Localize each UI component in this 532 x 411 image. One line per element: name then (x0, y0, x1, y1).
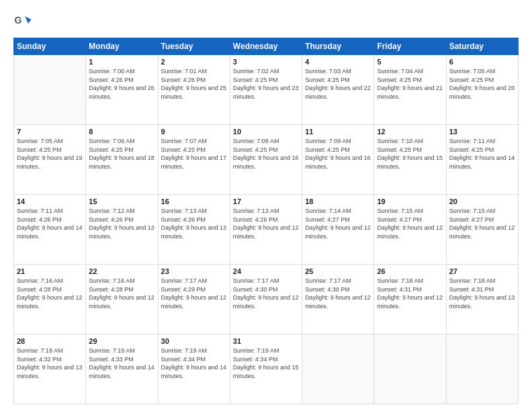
day-cell: 24Sunrise: 7:17 AMSunset: 4:30 PMDayligh… (230, 265, 302, 334)
day-number: 18 (305, 197, 371, 205)
day-number: 8 (89, 128, 154, 136)
day-cell: 23Sunrise: 7:17 AMSunset: 4:29 PMDayligh… (158, 265, 230, 334)
day-number: 19 (377, 197, 443, 205)
day-cell: 11Sunrise: 7:09 AMSunset: 4:25 PMDayligh… (302, 125, 374, 195)
day-number: 6 (449, 58, 515, 66)
day-number: 12 (377, 128, 443, 136)
day-cell: 28Sunrise: 7:18 AMSunset: 4:32 PMDayligh… (14, 334, 86, 404)
week-row-2: 7Sunrise: 7:05 AMSunset: 4:25 PMDaylight… (14, 125, 519, 195)
day-info: Sunrise: 7:03 AMSunset: 4:25 PMDaylight:… (305, 67, 371, 101)
day-cell: 8Sunrise: 7:06 AMSunset: 4:25 PMDaylight… (86, 125, 158, 195)
day-info: Sunrise: 7:10 AMSunset: 4:25 PMDaylight:… (377, 137, 443, 171)
day-cell: 4Sunrise: 7:03 AMSunset: 4:25 PMDaylight… (302, 55, 374, 125)
day-number: 20 (449, 197, 515, 205)
day-number: 5 (377, 58, 443, 66)
day-number: 3 (233, 58, 299, 66)
day-number: 22 (89, 267, 154, 275)
day-cell: 29Sunrise: 7:19 AMSunset: 4:33 PMDayligh… (86, 334, 158, 404)
day-cell: 25Sunrise: 7:17 AMSunset: 4:30 PMDayligh… (302, 265, 374, 334)
day-number: 11 (305, 128, 371, 136)
day-info: Sunrise: 7:15 AMSunset: 4:27 PMDaylight:… (377, 207, 443, 240)
day-number: 30 (161, 337, 227, 345)
day-number: 29 (89, 337, 154, 345)
day-number: 16 (161, 197, 227, 205)
day-number: 9 (161, 128, 227, 136)
week-row-5: 28Sunrise: 7:18 AMSunset: 4:32 PMDayligh… (14, 334, 519, 404)
day-number: 24 (233, 267, 299, 275)
logo: G (13, 12, 35, 31)
day-info: Sunrise: 7:19 AMSunset: 4:34 PMDaylight:… (161, 347, 227, 380)
day-info: Sunrise: 7:11 AMSunset: 4:25 PMDaylight:… (449, 137, 515, 171)
day-cell: 1Sunrise: 7:00 AMSunset: 4:26 PMDaylight… (86, 55, 158, 125)
day-info: Sunrise: 7:16 AMSunset: 4:28 PMDaylight:… (89, 277, 154, 310)
day-info: Sunrise: 7:17 AMSunset: 4:29 PMDaylight:… (161, 277, 227, 310)
day-cell: 6Sunrise: 7:05 AMSunset: 4:25 PMDaylight… (446, 55, 518, 125)
day-cell: 30Sunrise: 7:19 AMSunset: 4:34 PMDayligh… (158, 334, 230, 404)
day-cell: 26Sunrise: 7:18 AMSunset: 4:31 PMDayligh… (374, 265, 446, 334)
day-cell: 15Sunrise: 7:12 AMSunset: 4:26 PMDayligh… (86, 195, 158, 265)
day-number: 13 (449, 128, 515, 136)
day-info: Sunrise: 7:17 AMSunset: 4:30 PMDaylight:… (305, 277, 371, 310)
week-row-4: 21Sunrise: 7:16 AMSunset: 4:28 PMDayligh… (14, 265, 519, 334)
day-number: 31 (233, 337, 299, 345)
week-row-3: 14Sunrise: 7:11 AMSunset: 4:26 PMDayligh… (14, 195, 519, 265)
day-cell: 19Sunrise: 7:15 AMSunset: 4:27 PMDayligh… (374, 195, 446, 265)
day-cell: 5Sunrise: 7:04 AMSunset: 4:25 PMDaylight… (374, 55, 446, 125)
weekday-header-wednesday: Wednesday (230, 38, 302, 55)
day-cell (14, 55, 86, 125)
day-info: Sunrise: 7:00 AMSunset: 4:26 PMDaylight:… (89, 67, 154, 101)
day-cell (446, 334, 518, 404)
day-info: Sunrise: 7:19 AMSunset: 4:34 PMDaylight:… (233, 347, 299, 380)
day-info: Sunrise: 7:12 AMSunset: 4:26 PMDaylight:… (89, 207, 154, 240)
logo-icon: G (13, 12, 32, 31)
day-number: 14 (17, 197, 83, 205)
day-info: Sunrise: 7:06 AMSunset: 4:25 PMDaylight:… (89, 137, 154, 171)
day-number: 15 (89, 197, 154, 205)
day-cell: 2Sunrise: 7:01 AMSunset: 4:26 PMDaylight… (158, 55, 230, 125)
day-info: Sunrise: 7:15 AMSunset: 4:27 PMDaylight:… (449, 207, 515, 240)
day-info: Sunrise: 7:05 AMSunset: 4:25 PMDaylight:… (17, 137, 83, 171)
day-cell: 3Sunrise: 7:02 AMSunset: 4:25 PMDaylight… (230, 55, 302, 125)
day-number: 10 (233, 128, 299, 136)
day-cell: 21Sunrise: 7:16 AMSunset: 4:28 PMDayligh… (14, 265, 86, 334)
day-info: Sunrise: 7:02 AMSunset: 4:25 PMDaylight:… (233, 67, 299, 101)
weekday-header-monday: Monday (86, 38, 158, 55)
day-info: Sunrise: 7:13 AMSunset: 4:26 PMDaylight:… (161, 207, 227, 240)
day-number: 1 (89, 58, 154, 66)
day-cell: 13Sunrise: 7:11 AMSunset: 4:25 PMDayligh… (446, 125, 518, 195)
day-info: Sunrise: 7:05 AMSunset: 4:25 PMDaylight:… (449, 67, 515, 101)
weekday-header-row: SundayMondayTuesdayWednesdayThursdayFrid… (14, 38, 519, 55)
week-row-1: 1Sunrise: 7:00 AMSunset: 4:26 PMDaylight… (14, 55, 519, 125)
day-info: Sunrise: 7:07 AMSunset: 4:25 PMDaylight:… (161, 137, 227, 171)
day-info: Sunrise: 7:14 AMSunset: 4:27 PMDaylight:… (305, 207, 371, 240)
weekday-header-thursday: Thursday (302, 38, 374, 55)
day-cell: 17Sunrise: 7:13 AMSunset: 4:26 PMDayligh… (230, 195, 302, 265)
day-number: 27 (449, 267, 515, 275)
day-cell: 12Sunrise: 7:10 AMSunset: 4:25 PMDayligh… (374, 125, 446, 195)
day-cell: 20Sunrise: 7:15 AMSunset: 4:27 PMDayligh… (446, 195, 518, 265)
day-number: 4 (305, 58, 371, 66)
day-info: Sunrise: 7:19 AMSunset: 4:33 PMDaylight:… (89, 347, 154, 380)
day-cell (302, 334, 374, 404)
weekday-header-sunday: Sunday (14, 38, 86, 55)
day-info: Sunrise: 7:08 AMSunset: 4:25 PMDaylight:… (233, 137, 299, 171)
day-cell: 16Sunrise: 7:13 AMSunset: 4:26 PMDayligh… (158, 195, 230, 265)
calendar-table: SundayMondayTuesdayWednesdayThursdayFrid… (13, 38, 519, 404)
day-cell: 22Sunrise: 7:16 AMSunset: 4:28 PMDayligh… (86, 265, 158, 334)
day-number: 26 (377, 267, 443, 275)
day-info: Sunrise: 7:09 AMSunset: 4:25 PMDaylight:… (305, 137, 371, 171)
day-number: 21 (17, 267, 83, 275)
day-cell (374, 334, 446, 404)
day-info: Sunrise: 7:18 AMSunset: 4:31 PMDaylight:… (377, 277, 443, 310)
day-info: Sunrise: 7:11 AMSunset: 4:26 PMDaylight:… (17, 207, 83, 240)
header: G (13, 12, 519, 31)
day-number: 2 (161, 58, 227, 66)
day-info: Sunrise: 7:16 AMSunset: 4:28 PMDaylight:… (17, 277, 83, 310)
day-number: 23 (161, 267, 227, 275)
day-number: 28 (17, 337, 83, 345)
day-number: 7 (17, 128, 83, 136)
day-cell: 7Sunrise: 7:05 AMSunset: 4:25 PMDaylight… (14, 125, 86, 195)
weekday-header-saturday: Saturday (446, 38, 518, 55)
day-info: Sunrise: 7:13 AMSunset: 4:26 PMDaylight:… (233, 207, 299, 240)
day-cell: 31Sunrise: 7:19 AMSunset: 4:34 PMDayligh… (230, 334, 302, 404)
